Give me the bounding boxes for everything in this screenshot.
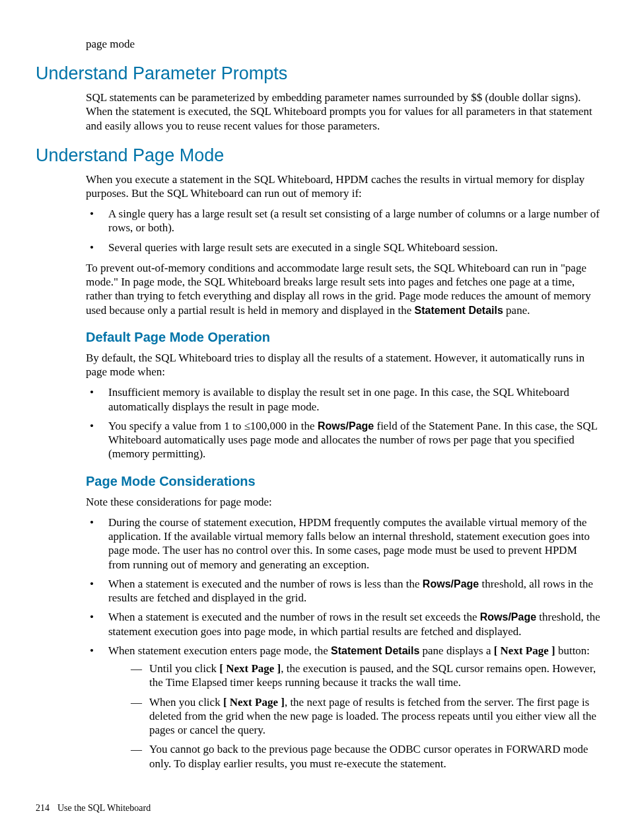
header-fragment: page mode (86, 37, 601, 51)
text: pane displays a (419, 644, 493, 657)
paragraph: Note these considerations for page mode: (86, 495, 601, 509)
ui-term-rows-page: Rows/Page (423, 578, 479, 590)
list-item: When a statement is executed and the num… (86, 610, 601, 638)
text: You specify a value from 1 to ≤100,000 i… (108, 420, 318, 432)
text: When a statement is executed and the num… (108, 611, 480, 623)
list-item: Insufficient memory is available to disp… (86, 385, 601, 414)
list-item: During the course of statement execution… (86, 515, 601, 572)
ui-term-next-page: [ Next Page ] (219, 662, 281, 675)
paragraph: By default, the SQL Whiteboard tries to … (86, 351, 601, 379)
page-number: 214 (36, 802, 50, 814)
text: Until you click (149, 662, 219, 675)
heading-understand-parameter-prompts: Understand Parameter Prompts (36, 63, 601, 85)
heading-default-page-mode-operation: Default Page Mode Operation (86, 329, 601, 346)
dash-list: Until you click [ Next Page ], the execu… (131, 662, 601, 771)
footer-section-title: Use the SQL Whiteboard (57, 803, 151, 813)
list-item: When you click [ Next Page ], the next p… (131, 695, 601, 738)
text: When statement execution enters page mod… (108, 644, 331, 657)
text: button: (555, 644, 590, 657)
text: When a statement is executed and the num… (108, 578, 423, 590)
ui-term-next-page: [ Next Page ] (494, 644, 555, 657)
bullet-list: During the course of statement execution… (86, 515, 601, 771)
bullet-list: Insufficient memory is available to disp… (86, 385, 601, 461)
list-item: When a statement is executed and the num… (86, 577, 601, 605)
ui-term-next-page: [ Next Page ] (223, 696, 285, 708)
bullet-list: A single query has a large result set (a… (86, 207, 601, 254)
list-item: Several queries with large result sets a… (86, 241, 601, 254)
paragraph: To prevent out-of-memory conditions and … (86, 261, 601, 317)
paragraph: When you execute a statement in the SQL … (86, 172, 601, 201)
ui-term-statement-details: Statement Details (331, 645, 419, 656)
ui-term-rows-page: Rows/Page (480, 611, 536, 623)
text: When you click (149, 696, 223, 708)
paragraph: SQL statements can be parameterized by e… (86, 91, 601, 133)
list-item: When statement execution enters page mod… (86, 644, 601, 771)
list-item: You cannot go back to the previous page … (131, 742, 601, 771)
heading-page-mode-considerations: Page Mode Considerations (86, 473, 601, 490)
ui-term-rows-page: Rows/Page (318, 420, 374, 432)
list-item: You specify a value from 1 to ≤100,000 i… (86, 419, 601, 461)
ui-term-statement-details: Statement Details (415, 305, 503, 316)
page-footer: 214Use the SQL Whiteboard (36, 802, 601, 814)
list-item: Until you click [ Next Page ], the execu… (131, 662, 601, 690)
text: pane. (503, 304, 530, 317)
list-item: A single query has a large result set (a… (86, 207, 601, 235)
heading-understand-page-mode: Understand Page Mode (36, 145, 601, 167)
